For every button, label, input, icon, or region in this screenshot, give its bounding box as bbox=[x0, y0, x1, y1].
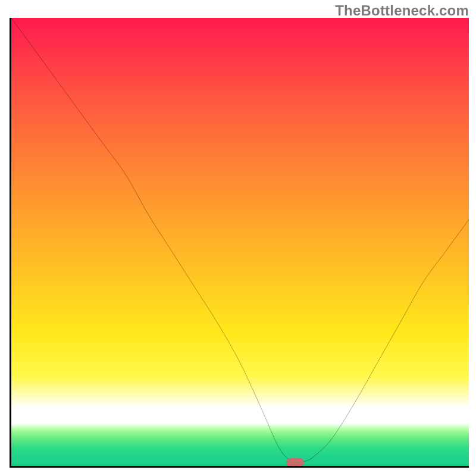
watermark-text: TheBottleneck.com bbox=[335, 2, 469, 19]
chart-frame: TheBottleneck.com bbox=[0, 0, 476, 476]
bottleneck-curve-path bbox=[11, 18, 469, 462]
minimum-marker bbox=[286, 458, 304, 466]
plot-area bbox=[10, 18, 469, 468]
curve-svg bbox=[11, 18, 469, 466]
